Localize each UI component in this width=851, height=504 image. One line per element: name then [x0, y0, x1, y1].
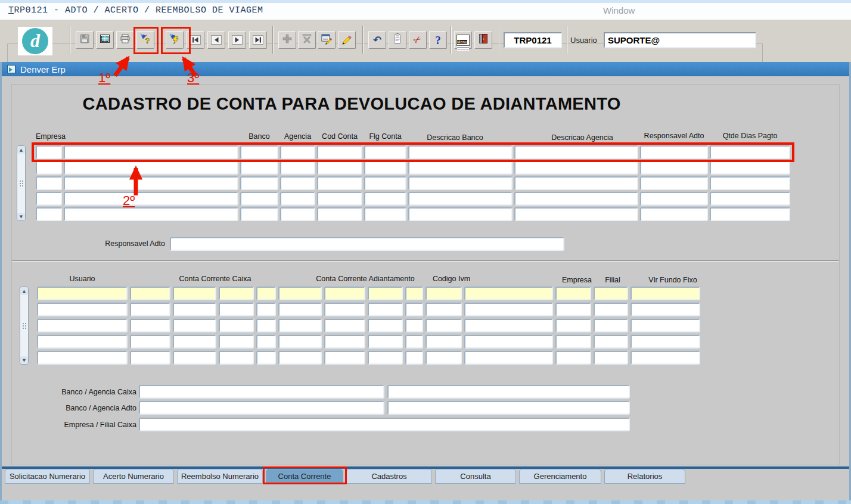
table2-cell-r2-c6[interactable] — [278, 303, 322, 316]
table1-cell-r5-c2[interactable] — [64, 207, 238, 221]
table2-cell-r5-c14[interactable] — [631, 351, 700, 365]
table2-cell-r2-c7[interactable] — [324, 303, 365, 316]
edit-record-button[interactable] — [318, 31, 336, 49]
table1-cell-r4-c7[interactable] — [408, 192, 513, 206]
menu-form-title[interactable]: TRP0121 - ADTO / ACERTO / REEMBOLSO DE V… — [8, 5, 263, 15]
last-record-button[interactable] — [249, 31, 267, 49]
table2-cell-r5-c1[interactable] — [37, 351, 128, 365]
table2-cell-r1-c14[interactable] — [631, 287, 700, 300]
table1-cell-r3-c1[interactable] — [36, 176, 62, 190]
table1-cell-r5-c6[interactable] — [364, 207, 406, 221]
banco-agencia-caixa-field-2[interactable] — [387, 385, 630, 399]
clipboard-button[interactable] — [389, 31, 406, 49]
exit-button[interactable] — [474, 31, 492, 49]
table2-cell-r4-c9[interactable] — [405, 335, 423, 349]
table2-cell-r1-c10[interactable] — [426, 287, 462, 300]
list-of-values-button[interactable] — [338, 31, 356, 49]
table1-cell-r2-c2[interactable] — [64, 161, 238, 175]
table2-cell-r4-c11[interactable] — [464, 335, 553, 349]
table1-cell-r3-c5[interactable] — [317, 176, 362, 190]
menu-button[interactable]: Menu — [454, 31, 472, 49]
banco-agencia-adto-field-2[interactable] — [387, 401, 630, 415]
scroll-down-icon[interactable] — [20, 356, 28, 364]
table1-cell-r1-c6[interactable] — [364, 145, 406, 159]
table2-cell-r5-c2[interactable] — [130, 351, 170, 365]
table1-cell-r2-c9[interactable] — [640, 161, 708, 175]
block-button[interactable] — [96, 31, 114, 49]
delete-record-button[interactable] — [298, 31, 316, 49]
insert-record-button[interactable] — [278, 31, 296, 49]
undo-button[interactable] — [368, 31, 386, 49]
table2-cell-r3-c14[interactable] — [631, 319, 700, 332]
table1-cell-r1-c9[interactable] — [640, 145, 708, 159]
table2-cell-r2-c8[interactable] — [368, 303, 403, 316]
table1-cell-r3-c2[interactable] — [64, 176, 238, 190]
table1-cell-r4-c9[interactable] — [640, 192, 708, 206]
table1-cell-r5-c1[interactable] — [36, 207, 62, 221]
table2-cell-r4-c14[interactable] — [631, 335, 700, 349]
tab-gerenciamento[interactable]: Gerenciamento — [519, 469, 601, 484]
table1-cell-r1-c7[interactable] — [408, 145, 513, 159]
table2-cell-r3-c6[interactable] — [278, 319, 322, 332]
table2-cell-r5-c10[interactable] — [426, 351, 462, 365]
first-record-button[interactable] — [187, 31, 204, 49]
tab-consulta[interactable]: Consulta — [435, 469, 516, 484]
enter-query-button[interactable]: ? — [136, 31, 154, 49]
table2-cell-r3-c1[interactable] — [37, 319, 128, 332]
table2-cell-r5-c3[interactable] — [173, 351, 216, 365]
table2-cell-r3-c7[interactable] — [324, 319, 365, 332]
table1-cell-r4-c5[interactable] — [317, 192, 362, 206]
table1-cell-r1-c3[interactable] — [240, 145, 278, 159]
scroll-down-icon[interactable] — [17, 213, 25, 220]
table2-cell-r1-c6[interactable] — [278, 287, 322, 300]
table2-cell-r3-c8[interactable] — [368, 319, 403, 332]
table2-cell-r4-c4[interactable] — [219, 335, 254, 349]
table1-cell-r1-c4[interactable] — [280, 145, 315, 159]
table1-cell-r2-c10[interactable] — [710, 161, 790, 175]
table2-cell-r1-c8[interactable] — [368, 287, 403, 300]
cut-button[interactable] — [409, 31, 427, 49]
table1-cell-r3-c9[interactable] — [640, 176, 708, 190]
table1-cell-r4-c2[interactable] — [64, 192, 238, 206]
table2-cell-r1-c13[interactable] — [594, 287, 628, 300]
table2-cell-r2-c3[interactable] — [173, 303, 216, 316]
table2-cell-r5-c7[interactable] — [324, 351, 365, 365]
scroll-grip[interactable] — [23, 323, 26, 329]
table1-cell-r3-c6[interactable] — [364, 176, 406, 190]
print-button[interactable] — [116, 31, 134, 49]
table2-cell-r4-c13[interactable] — [594, 335, 628, 349]
table1-cell-r4-c10[interactable] — [710, 192, 790, 206]
table2-cell-r4-c3[interactable] — [173, 335, 216, 349]
table2-cell-r1-c12[interactable] — [555, 287, 591, 300]
table2-cell-r2-c11[interactable] — [464, 303, 553, 316]
table2-cell-r1-c5[interactable] — [256, 287, 276, 300]
table2-cell-r3-c10[interactable] — [426, 319, 462, 332]
table2-cell-r1-c9[interactable] — [405, 287, 423, 300]
previous-record-button[interactable] — [207, 31, 225, 49]
table1-cell-r2-c6[interactable] — [364, 161, 406, 175]
table2-cell-r5-c12[interactable] — [555, 351, 591, 365]
program-code-field[interactable]: TRP0121 — [504, 32, 562, 48]
table2-cell-r2-c10[interactable] — [426, 303, 462, 316]
table2-cell-r3-c5[interactable] — [256, 319, 276, 332]
table2-cell-r3-c12[interactable] — [555, 319, 591, 332]
save-button[interactable] — [76, 31, 94, 49]
tab-solicitacao-numerario[interactable]: Solicitacao Numerario — [5, 469, 90, 484]
tab-conta-corrente[interactable]: Conta Corrente — [266, 469, 343, 484]
table2-cell-r4-c12[interactable] — [555, 335, 591, 349]
table1-cell-r5-c8[interactable] — [514, 207, 638, 221]
menu-window[interactable]: Window — [603, 5, 635, 15]
table1-cell-r5-c5[interactable] — [317, 207, 362, 221]
table2-cell-r4-c6[interactable] — [278, 335, 322, 349]
table2-cell-r1-c2[interactable] — [130, 287, 170, 300]
table1-cell-r4-c6[interactable] — [364, 192, 406, 206]
tab-relatorios[interactable]: Relatorios — [604, 469, 685, 484]
banco-agencia-caixa-field-1[interactable] — [139, 385, 384, 399]
table2-cell-r1-c7[interactable] — [324, 287, 365, 300]
table1-cell-r4-c1[interactable] — [36, 192, 62, 206]
table2-cell-r4-c8[interactable] — [368, 335, 403, 349]
table1-cell-r1-c1[interactable] — [36, 145, 62, 159]
table1-cell-r3-c7[interactable] — [408, 176, 513, 190]
help-button[interactable] — [429, 31, 447, 49]
execute-query-button[interactable] — [166, 31, 184, 49]
